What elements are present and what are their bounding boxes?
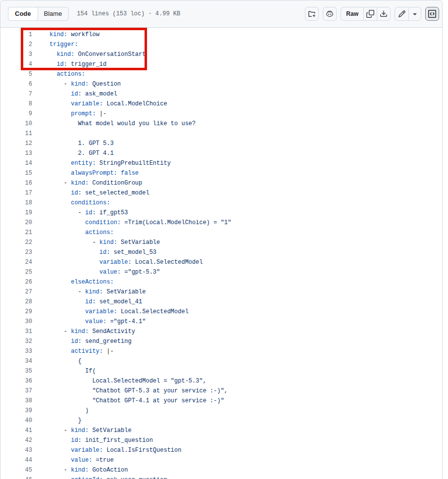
line-number[interactable]: 24 xyxy=(0,257,32,267)
download-icon xyxy=(380,10,388,18)
line-number[interactable]: 20 xyxy=(0,218,32,228)
code-line: id: init_first_question xyxy=(32,435,153,445)
code-line: - kind: SetVariable xyxy=(32,426,132,435)
code-line-row: 41 - kind: SetVariable xyxy=(0,426,442,435)
code-line: condition: =Trim(Local.ModelChoice) = "1… xyxy=(32,218,231,228)
code-line-row: 22 - kind: SetVariable xyxy=(0,238,442,247)
symbols-panel-toggle-button[interactable] xyxy=(425,7,439,21)
line-number[interactable]: 31 xyxy=(0,327,32,336)
line-number[interactable]: 15 xyxy=(0,168,32,178)
code-line-row: 21 actions: xyxy=(0,228,442,238)
line-number[interactable]: 28 xyxy=(0,297,32,307)
line-number[interactable]: 41 xyxy=(0,426,32,435)
line-number[interactable]: 27 xyxy=(0,287,32,297)
line-number[interactable]: 36 xyxy=(0,376,32,386)
code-line: kind: workflow xyxy=(32,30,100,40)
code-line: - kind: GotoAction xyxy=(32,465,128,475)
code-line-row: 23 id: set_model_53 xyxy=(0,247,442,257)
line-number[interactable]: 30 xyxy=(0,317,32,327)
line-number[interactable]: 10 xyxy=(0,119,32,129)
code-line-row: 29 variable: Local.SelectedModel xyxy=(0,307,442,317)
code-line: "Chatbot GPT-5.3 at your service :-)", xyxy=(32,386,228,396)
code-line: - kind: SetVariable xyxy=(32,287,146,297)
line-number[interactable]: 11 xyxy=(0,129,32,139)
edit-options-dropdown-button[interactable] xyxy=(408,7,421,20)
code-line: ) xyxy=(32,406,89,416)
line-number[interactable]: 1 xyxy=(0,30,32,40)
line-number[interactable]: 19 xyxy=(0,208,32,218)
line-number[interactable]: 16 xyxy=(0,178,32,188)
code-line: - kind: Question xyxy=(32,79,121,89)
line-number[interactable]: 22 xyxy=(0,238,32,247)
code-line: value: ="gpt-4.1" xyxy=(32,317,146,327)
code-line: kind: OnConversationStart xyxy=(32,49,146,59)
line-number[interactable]: 42 xyxy=(0,435,32,445)
line-number[interactable]: 44 xyxy=(0,455,32,465)
line-number[interactable]: 4 xyxy=(0,59,32,69)
line-number[interactable]: 12 xyxy=(0,139,32,148)
tab-blame[interactable]: Blame xyxy=(38,7,69,21)
line-number[interactable]: 7 xyxy=(0,89,32,99)
file-header: Code Blame 154 lines (153 loc) · 4.99 KB xyxy=(0,0,442,28)
line-number[interactable]: 17 xyxy=(0,188,32,198)
line-number[interactable]: 38 xyxy=(0,396,32,406)
line-number[interactable]: 2 xyxy=(0,40,32,49)
code-line xyxy=(32,129,50,139)
code-line-row: 32 id: send_greeting xyxy=(0,336,442,346)
raw-button[interactable]: Raw xyxy=(341,7,363,20)
line-number[interactable]: 43 xyxy=(0,445,32,455)
line-number[interactable]: 39 xyxy=(0,406,32,416)
line-number[interactable]: 8 xyxy=(0,99,32,109)
line-number[interactable]: 21 xyxy=(0,228,32,238)
line-number[interactable]: 23 xyxy=(0,247,32,257)
line-number[interactable]: 26 xyxy=(0,277,32,287)
line-number[interactable]: 45 xyxy=(0,465,32,475)
folder-plus-icon xyxy=(308,10,316,18)
edit-file-button[interactable] xyxy=(395,7,408,20)
line-number[interactable]: 35 xyxy=(0,366,32,376)
line-number[interactable]: 5 xyxy=(0,69,32,79)
code-line-row: 27 - kind: SetVariable xyxy=(0,287,442,297)
line-number[interactable]: 34 xyxy=(0,356,32,366)
copy-raw-content-button[interactable] xyxy=(363,7,377,20)
code-line-row: 4 id: trigger_id xyxy=(0,59,442,69)
code-line-row: 7 id: ask_model xyxy=(0,89,442,99)
code-line-row: 6 - kind: Question xyxy=(0,79,442,89)
download-raw-file-button[interactable] xyxy=(377,7,390,20)
line-number[interactable]: 40 xyxy=(0,416,32,426)
add-file-to-workspace-button[interactable] xyxy=(305,7,319,21)
code-line-row: 19 - id: if_gpt53 xyxy=(0,208,442,218)
file-view-container: Code Blame 154 lines (153 loc) · 4.99 KB xyxy=(0,0,443,479)
line-number[interactable]: 33 xyxy=(0,346,32,356)
line-number[interactable]: 6 xyxy=(0,79,32,89)
code-line-row: 12 1. GPT 5.3 xyxy=(0,139,442,148)
tab-code[interactable]: Code xyxy=(8,7,38,21)
line-number[interactable]: 25 xyxy=(0,267,32,277)
code-line: id: ask_model xyxy=(32,89,117,99)
code-line: actionId: ask_user_question xyxy=(32,475,167,479)
code-line: variable: Local.IsFirstQuestion xyxy=(32,445,181,455)
line-number[interactable]: 32 xyxy=(0,336,32,346)
code-line: value: =true xyxy=(32,455,114,465)
line-number[interactable]: 13 xyxy=(0,148,32,158)
line-number[interactable]: 46 xyxy=(0,475,32,479)
line-number[interactable]: 37 xyxy=(0,386,32,396)
code-line-row: 43 variable: Local.IsFirstQuestion xyxy=(0,445,442,455)
code-line-row: 45 - kind: GotoAction xyxy=(0,465,442,475)
code-line: trigger: xyxy=(32,40,78,49)
code-line-row: 5 actions: xyxy=(0,69,442,79)
line-number[interactable]: 29 xyxy=(0,307,32,317)
copilot-button[interactable] xyxy=(323,7,337,21)
code-line: - kind: SetVariable xyxy=(32,238,160,247)
code-line-row: 11 xyxy=(0,129,442,139)
line-number[interactable]: 18 xyxy=(0,198,32,208)
line-number[interactable]: 9 xyxy=(0,109,32,119)
code-line-row: 35 If( xyxy=(0,366,442,376)
code-line-row: 9 prompt: |- xyxy=(0,109,442,119)
line-number[interactable]: 14 xyxy=(0,158,32,168)
line-number[interactable]: 3 xyxy=(0,49,32,59)
code-line-row: 42 id: init_first_question xyxy=(0,435,442,445)
code-line-row: 24 variable: Local.SelectedModel xyxy=(0,257,442,267)
triangle-down-icon xyxy=(411,10,419,18)
code-line: id: trigger_id xyxy=(32,59,106,69)
